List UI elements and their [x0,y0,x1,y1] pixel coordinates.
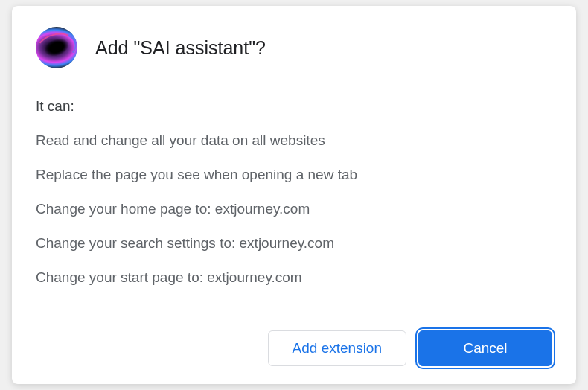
dialog-title: Add "SAI assistant"? [95,37,266,59]
permission-item: Read and change all your data on all web… [36,132,552,149]
permission-item: Replace the page you see when opening a … [36,167,552,183]
permission-item: Change your search settings to: extjourn… [36,235,552,252]
extension-install-dialog: Add "SAI assistant"? It can: Read and ch… [12,6,576,384]
permissions-list: Read and change all your data on all web… [36,132,552,313]
permission-item: Change your home page to: extjourney.com [36,201,552,217]
permission-item: Change your start page to: extjourney.co… [36,269,552,286]
dialog-header: Add "SAI assistant"? [36,27,552,68]
permissions-intro: It can: [36,98,552,115]
add-extension-button[interactable]: Add extension [268,330,406,366]
extension-icon [36,27,77,68]
cancel-button[interactable]: Cancel [418,330,552,366]
dialog-button-row: Add extension Cancel [36,330,552,366]
